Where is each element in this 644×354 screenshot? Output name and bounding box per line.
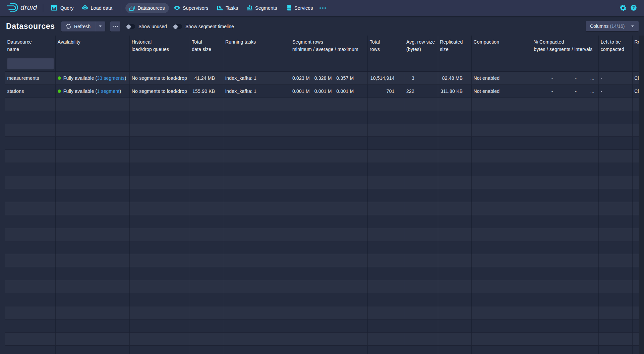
svg-text:?: ?: [632, 5, 635, 10]
